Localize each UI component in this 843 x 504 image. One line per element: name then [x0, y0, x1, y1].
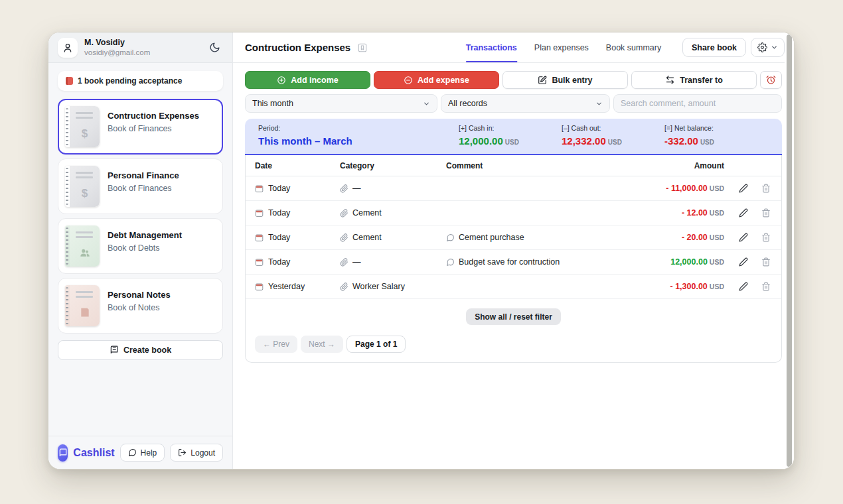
- scheduled-transactions-button[interactable]: [760, 71, 782, 89]
- calendar-icon: [255, 209, 264, 218]
- book-tabs: Transactions Plan expenses Book summary: [466, 32, 662, 62]
- bulk-entry-button[interactable]: Bulk entry: [502, 71, 628, 89]
- actions-toolbar: Add income Add expense Bulk entry: [245, 71, 782, 89]
- col-amount: Amount: [611, 161, 724, 170]
- transfer-to-button[interactable]: Transfer to: [631, 71, 757, 89]
- book-settings-button[interactable]: [751, 38, 785, 57]
- transfer-arrows-icon: [665, 75, 675, 85]
- tab-plan-expenses[interactable]: Plan expenses: [534, 32, 589, 62]
- transaction-category: Cement: [352, 233, 382, 242]
- calendar-icon: [255, 283, 264, 291]
- edit-transaction-button[interactable]: [737, 256, 749, 268]
- dark-mode-toggle[interactable]: [206, 39, 223, 56]
- book-card[interactable]: $ Debt Management Book of Debts: [58, 218, 223, 274]
- net-balance-value: -332.00USD: [664, 134, 714, 149]
- transaction-category: Cement: [352, 208, 382, 218]
- cash-out-value: 12,332.00USD: [562, 134, 664, 149]
- book-thumbnail: $: [65, 106, 100, 147]
- period-select[interactable]: This month: [245, 94, 437, 113]
- person-icon: [62, 42, 73, 53]
- records-select[interactable]: All records: [441, 94, 610, 113]
- transaction-amount: - 20.00USD: [611, 233, 724, 242]
- edit-transaction-button[interactable]: [737, 281, 749, 292]
- records-select-value: All records: [448, 99, 595, 108]
- help-label: Help: [141, 448, 157, 458]
- window-scrollbar[interactable]: [787, 34, 792, 467]
- book-card-title: Contruction Expenses: [108, 110, 199, 123]
- reset-filter-button[interactable]: Show all / reset filter: [466, 308, 561, 325]
- book-card-subtitle: Book of Debts: [108, 242, 182, 254]
- transaction-row[interactable]: Today Cement - 12.00USD: [246, 201, 781, 225]
- logout-button[interactable]: Logout: [170, 444, 223, 462]
- logout-icon: [178, 448, 187, 457]
- transaction-amount: - 12.00USD: [611, 208, 724, 218]
- delete-transaction-button[interactable]: [760, 207, 772, 219]
- paperclip-icon: [340, 283, 348, 291]
- add-income-label: Add income: [291, 76, 339, 85]
- paperclip-icon: [340, 233, 348, 242]
- transaction-row[interactable]: Today Cement Cement purchase - 20.00USD: [246, 225, 781, 250]
- brand-name: Cashlist: [73, 447, 114, 459]
- edit-box-icon: [538, 76, 547, 85]
- gear-icon: [757, 42, 767, 52]
- logout-label: Logout: [191, 448, 215, 458]
- transaction-row[interactable]: Yesterday Worker Salary - 1,300.00USD: [246, 275, 781, 299]
- tab-transactions[interactable]: Transactions: [466, 32, 517, 62]
- help-button[interactable]: Help: [120, 444, 165, 462]
- delete-transaction-button[interactable]: [760, 281, 772, 292]
- create-book-label: Create book: [123, 346, 171, 355]
- add-expense-button[interactable]: Add expense: [374, 71, 499, 89]
- add-income-button[interactable]: Add income: [245, 71, 370, 89]
- book-card-subtitle: Book of Notes: [108, 302, 171, 314]
- share-book-button[interactable]: Share book: [682, 38, 746, 57]
- table-header: Date Category Comment Amount: [246, 155, 781, 176]
- note-icon: [79, 307, 90, 318]
- cash-in-value: 12,000.00USD: [459, 134, 562, 149]
- create-book-button[interactable]: Create book: [58, 340, 223, 360]
- chevron-down-icon: [423, 100, 430, 107]
- book-card[interactable]: $ Personal Notes Book of Notes: [58, 278, 223, 334]
- col-date: Date: [255, 161, 340, 170]
- next-page-button[interactable]: Next →: [301, 336, 343, 353]
- col-category: Category: [340, 161, 446, 170]
- book-card-title: Personal Notes: [108, 289, 171, 302]
- transaction-date: Today: [268, 233, 290, 242]
- help-chat-icon: [128, 448, 137, 457]
- delete-transaction-button[interactable]: [760, 231, 772, 243]
- delete-transaction-button[interactable]: [760, 256, 772, 268]
- book-list: $ Contruction Expenses Book of Finances …: [58, 99, 223, 334]
- book-card[interactable]: $ Contruction Expenses Book of Finances: [58, 99, 223, 155]
- book-card-subtitle: Book of Finances: [108, 182, 179, 194]
- book-card-subtitle: Book of Finances: [108, 123, 199, 135]
- edit-transaction-button[interactable]: [737, 182, 749, 194]
- col-comment: Comment: [446, 161, 611, 170]
- search-input[interactable]: [613, 94, 782, 113]
- bookmark-icon[interactable]: [357, 42, 368, 53]
- add-expense-label: Add expense: [418, 76, 469, 85]
- edit-transaction-button[interactable]: [737, 231, 749, 243]
- transaction-comment: Cement purchase: [459, 233, 524, 242]
- transaction-date: Today: [268, 184, 290, 193]
- transaction-row[interactable]: Today — Budget save for contruction 12,0…: [246, 250, 781, 275]
- period-summary-bar: Period: This month – March [+] Cash in: …: [245, 119, 782, 155]
- user-name: M. Vosidiy: [84, 38, 200, 48]
- pagination: ← Prev Next → Page 1 of 1: [246, 336, 781, 362]
- delete-transaction-button[interactable]: [760, 182, 772, 194]
- page-indicator: Page 1 of 1: [346, 336, 406, 353]
- paperclip-icon: [340, 209, 348, 218]
- pending-books-banner[interactable]: 1 book pending acceptance: [58, 71, 223, 91]
- transaction-row[interactable]: Today — - 11,000.00USD: [246, 176, 781, 201]
- moon-icon: [209, 42, 220, 53]
- book-thumbnail: $: [65, 285, 100, 326]
- pending-books-label: 1 book pending acceptance: [78, 76, 182, 86]
- calendar-icon: [255, 233, 264, 242]
- transaction-amount: - 1,300.00USD: [611, 282, 724, 291]
- calendar-icon: [255, 184, 264, 193]
- cashlist-logo-icon: [58, 444, 68, 462]
- chevron-down-icon: [595, 100, 603, 107]
- sidebar: M. Vosidiy vosidiy@gmail.com 1 book pend…: [48, 32, 233, 469]
- tab-book-summary[interactable]: Book summary: [606, 32, 661, 62]
- book-card[interactable]: $ Personal Finance Book of Finances: [58, 158, 223, 214]
- prev-page-button[interactable]: ← Prev: [255, 336, 297, 353]
- edit-transaction-button[interactable]: [737, 207, 749, 219]
